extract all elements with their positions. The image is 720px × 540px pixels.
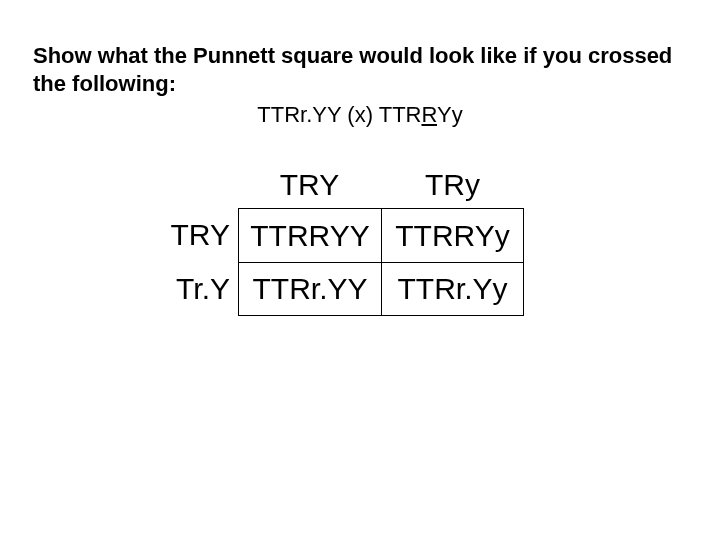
cross-notation: TTRr.YY (x) TTRRYy [0,102,720,128]
cell-r1c2: TTRRYy [381,208,524,262]
row-label-2: Tr.Y [158,262,238,316]
row-label-1: TRY [158,208,238,262]
cell-r2c2: TTRr.Yy [381,262,524,316]
punnett-grid: TRY TTRRYY TTRRYy Tr.Y TTRr.YY TTRr.Yy [158,208,524,316]
instruction-text: Show what the Punnett square would look … [33,42,695,97]
col-header-2: TRy [381,168,524,208]
column-headers: TRY TRy [238,168,524,208]
cell-r1c1: TTRRYY [238,208,381,262]
cross-prefix: TTRr.YY (x) TTR [257,102,421,127]
cell-r2c1: TTRr.YY [238,262,381,316]
col-header-1: TRY [238,168,381,208]
punnett-square: TRY TRy TRY TTRRYY TTRRYy Tr.Y TTRr.YY T… [158,168,524,316]
cross-underlined: R [422,102,438,127]
cross-suffix: Yy [437,102,463,127]
